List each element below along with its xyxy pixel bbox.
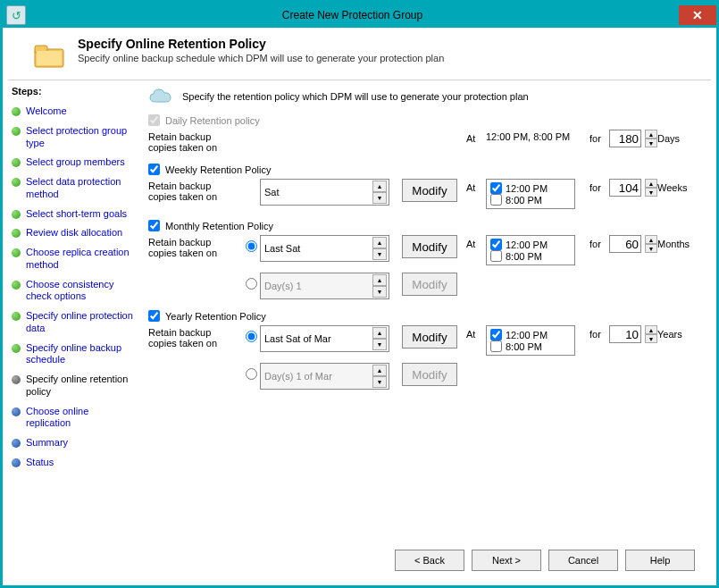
step-8[interactable]: Specify online protection data xyxy=(12,307,136,339)
close-button[interactable]: ✕ xyxy=(679,5,716,25)
yearly-schw-up[interactable]: ▲ xyxy=(372,327,387,339)
step-4[interactable]: Select short-term goals xyxy=(12,205,136,224)
monthly-checkbox[interactable] xyxy=(148,220,160,231)
step-label: Choose consistency check options xyxy=(26,279,136,304)
weekly-schedule-list[interactable]: Sat▲▼ xyxy=(260,179,389,206)
step-label: Select short-term goals xyxy=(26,208,127,221)
monthly-radio-week[interactable] xyxy=(246,240,257,252)
step-label: Welcome xyxy=(26,105,67,118)
step-10: Specify online retention policy xyxy=(12,370,136,402)
monthly-schw-down[interactable]: ▼ xyxy=(372,248,387,260)
step-label: Specify online protection data xyxy=(26,310,136,335)
monthly-schd-up[interactable]: ▲ xyxy=(372,274,387,286)
weekly-duration-input[interactable] xyxy=(609,179,641,197)
daily-checkbox xyxy=(148,114,160,126)
step-label: Select protection group type xyxy=(26,125,136,150)
step-3[interactable]: Select data protection method xyxy=(12,172,136,205)
step-bullet-icon xyxy=(12,178,21,187)
yearly-schedule-week-list[interactable]: Last Sat of Mar▲▼ xyxy=(260,325,389,352)
monthly-schedule-day-list[interactable]: Day(s) 1▲▼ xyxy=(260,273,389,299)
monthly-timebox[interactable]: 12:00 PM 8:00 PM xyxy=(486,235,575,265)
weekly-modify-button[interactable]: Modify xyxy=(402,179,457,202)
monthly-time2: 8:00 PM xyxy=(506,251,542,262)
yearly-duration-input[interactable] xyxy=(609,325,641,343)
yearly-radio-week[interactable] xyxy=(246,331,257,342)
step-bullet-icon xyxy=(12,439,21,448)
monthly-time1-check[interactable] xyxy=(490,239,502,250)
for-label: for xyxy=(584,235,609,249)
yearly-modify-week-button[interactable]: Modify xyxy=(402,325,457,349)
yearly-time1: 12:00 PM xyxy=(506,330,548,340)
at-label: At xyxy=(461,325,486,340)
monthly-time2-check[interactable] xyxy=(490,250,502,262)
step-7[interactable]: Choose consistency check options xyxy=(12,275,136,307)
step-label: Choose replica creation method xyxy=(26,247,136,272)
monthly-schd-down[interactable]: ▼ xyxy=(372,286,387,298)
step-bullet-icon xyxy=(12,210,21,219)
weekly-sched-down[interactable]: ▼ xyxy=(372,192,387,204)
step-bullet-icon xyxy=(12,312,21,321)
back-button[interactable]: < Back xyxy=(395,550,464,571)
step-label: Specify online backup schedule xyxy=(26,342,136,367)
weekly-retain-label: Retain backup copies taken on xyxy=(148,179,242,202)
step-13[interactable]: Status xyxy=(12,453,136,473)
weekly-time2: 8:00 PM xyxy=(506,195,542,206)
step-label: Select group members xyxy=(26,156,125,169)
yearly-timebox[interactable]: 12:00 PM 8:00 PM xyxy=(486,325,575,356)
cancel-button[interactable]: Cancel xyxy=(548,550,618,571)
step-bullet-icon xyxy=(12,375,21,384)
step-1[interactable]: Select protection group type xyxy=(12,122,136,154)
weekly-checkbox[interactable] xyxy=(148,164,160,175)
step-0[interactable]: Welcome xyxy=(12,102,136,122)
for-label: for xyxy=(584,325,609,340)
yearly-time1-check[interactable] xyxy=(490,329,502,340)
yearly-schedule-day-list[interactable]: Day(s) 1 of Mar▲▼ xyxy=(260,363,389,390)
step-6[interactable]: Choose replica creation method xyxy=(12,243,136,275)
yearly-radio-day[interactable] xyxy=(246,368,257,380)
weekly-title: Weekly Retention Policy xyxy=(165,164,271,175)
yearly-time2-check[interactable] xyxy=(490,340,502,352)
daily-retain-label: Retain backup copies taken on xyxy=(148,130,242,153)
help-button[interactable]: Help xyxy=(625,550,695,571)
daily-unit: Days xyxy=(654,130,707,144)
monthly-retain-label: Retain backup copies taken on xyxy=(148,235,242,258)
yearly-schd-up[interactable]: ▲ xyxy=(372,365,387,376)
step-2[interactable]: Select group members xyxy=(12,153,136,172)
weekly-time1-check[interactable] xyxy=(490,182,502,194)
monthly-duration-input[interactable] xyxy=(609,235,641,253)
daily-duration-input[interactable] xyxy=(609,130,641,147)
step-11[interactable]: Choose online replication xyxy=(12,402,136,434)
step-bullet-icon xyxy=(12,248,21,257)
step-label: Select data protection method xyxy=(26,176,136,201)
at-label: At xyxy=(461,235,486,249)
weekly-unit: Weeks xyxy=(654,179,707,193)
for-label: for xyxy=(584,179,609,193)
monthly-modify-day-button: Modify xyxy=(402,273,457,296)
step-label: Summary xyxy=(26,437,68,449)
page-subtitle: Specify online backup schedule which DPM… xyxy=(78,53,444,63)
step-bullet-icon xyxy=(12,344,21,353)
weekly-sched-up[interactable]: ▲ xyxy=(372,181,387,192)
step-12[interactable]: Summary xyxy=(12,433,136,453)
monthly-schedule-week-list[interactable]: Last Sat▲▼ xyxy=(260,235,389,262)
step-9[interactable]: Specify online backup schedule xyxy=(12,339,136,371)
monthly-radio-day[interactable] xyxy=(246,278,257,290)
intro-text: Specify the retention policy which DPM w… xyxy=(182,91,529,102)
weekly-time2-check[interactable] xyxy=(490,194,502,206)
monthly-schw-up[interactable]: ▲ xyxy=(372,237,387,248)
at-label: At xyxy=(461,130,486,144)
monthly-unit: Months xyxy=(654,235,707,249)
next-button[interactable]: Next > xyxy=(472,550,541,571)
steps-heading: Steps: xyxy=(12,86,136,97)
yearly-schd-down[interactable]: ▼ xyxy=(372,376,387,388)
yearly-schw-down[interactable]: ▼ xyxy=(372,339,387,350)
yearly-checkbox[interactable] xyxy=(148,310,160,322)
step-bullet-icon xyxy=(12,127,21,136)
cloud-icon xyxy=(148,88,173,105)
weekly-timebox[interactable]: 12:00 PM 8:00 PM xyxy=(486,179,575,209)
monthly-time1: 12:00 PM xyxy=(506,239,548,250)
monthly-modify-week-button[interactable]: Modify xyxy=(402,235,457,258)
step-label: Choose online replication xyxy=(26,406,136,431)
step-5[interactable]: Review disk allocation xyxy=(12,223,136,243)
yearly-time2: 8:00 PM xyxy=(506,341,542,352)
